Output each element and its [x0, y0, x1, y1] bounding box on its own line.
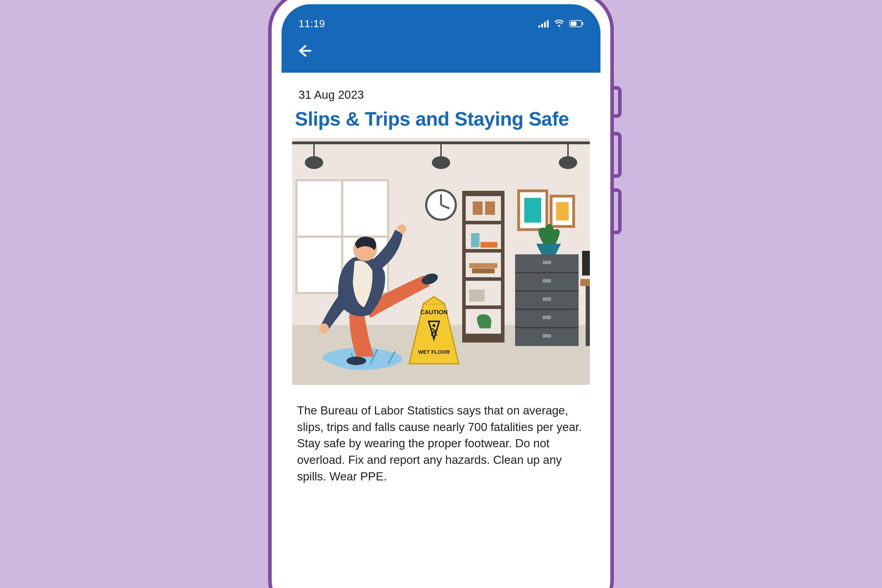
- svg-rect-28: [473, 201, 483, 215]
- caution-sign-bottom: WET FLOOR: [418, 349, 450, 355]
- app-header: 11:19: [282, 4, 600, 73]
- svg-rect-47: [543, 316, 551, 319]
- svg-rect-33: [472, 268, 495, 273]
- phone-side-button-1: [614, 86, 622, 118]
- wifi-icon: [554, 20, 564, 27]
- svg-rect-38: [556, 202, 569, 220]
- article-date: 31 Aug 2023: [298, 88, 590, 102]
- svg-rect-49: [580, 279, 590, 286]
- article-illustration: CAUTION WET FLOOR: [292, 138, 590, 385]
- svg-rect-32: [469, 263, 498, 268]
- svg-rect-36: [524, 198, 541, 223]
- svg-rect-48: [543, 334, 551, 338]
- svg-point-13: [432, 156, 450, 169]
- svg-rect-46: [543, 297, 551, 301]
- svg-point-11: [305, 156, 323, 169]
- svg-rect-29: [485, 201, 495, 215]
- svg-rect-45: [543, 279, 551, 282]
- svg-rect-30: [471, 233, 480, 247]
- svg-rect-31: [480, 242, 498, 248]
- svg-rect-51: [582, 251, 590, 276]
- nav-bar: [282, 41, 600, 61]
- back-button[interactable]: [294, 41, 314, 61]
- screen: 11:19: [282, 4, 600, 588]
- phone-side-button-2: [614, 132, 622, 178]
- arrow-left-icon: [296, 43, 312, 58]
- phone-frame: 11:19: [268, 0, 614, 588]
- article-title: Slips & Trips and Staying Safe: [295, 108, 590, 130]
- phone-body: 11:19: [268, 0, 614, 588]
- status-time: 11:19: [298, 18, 325, 30]
- svg-point-53: [346, 357, 366, 365]
- phone-side-button-3: [614, 188, 622, 234]
- svg-rect-5: [582, 22, 583, 25]
- status-icons: [538, 20, 584, 27]
- article-body: The Bureau of Labor Statistics says that…: [297, 402, 585, 485]
- svg-rect-50: [586, 286, 590, 346]
- svg-point-56: [319, 324, 329, 333]
- svg-rect-0: [538, 26, 540, 27]
- signal-icon: [538, 20, 549, 27]
- status-bar: 11:19: [282, 18, 600, 41]
- svg-rect-2: [544, 22, 546, 27]
- svg-rect-3: [547, 20, 549, 27]
- svg-rect-6: [571, 21, 576, 26]
- svg-point-52: [432, 324, 435, 327]
- svg-point-15: [559, 156, 577, 169]
- caution-sign-top: CAUTION: [420, 309, 447, 316]
- svg-rect-9: [292, 141, 590, 144]
- svg-rect-34: [469, 290, 485, 302]
- svg-rect-23: [466, 196, 501, 221]
- article-content: 31 Aug 2023 Slips & Trips and Staying Sa…: [282, 73, 600, 588]
- svg-rect-1: [541, 24, 543, 27]
- battery-icon: [569, 20, 584, 27]
- svg-rect-44: [543, 261, 551, 264]
